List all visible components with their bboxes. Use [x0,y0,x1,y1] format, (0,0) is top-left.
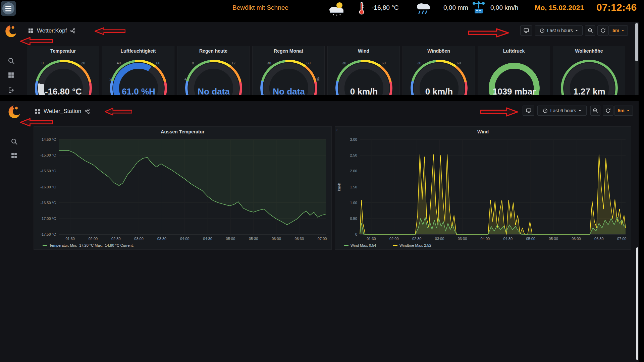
zoom-out-icon [588,28,593,33]
gauge-panel-6: Luftdruck1039 mbar [478,46,550,95]
panel-title[interactable]: Wind [335,127,631,136]
share-icon[interactable] [70,28,75,34]
search-icon[interactable] [11,138,18,146]
gauge-tick: 30 [417,61,421,65]
panel-info-icon[interactable]: i [336,128,337,132]
dashboard-grid-icon[interactable] [28,28,34,34]
rain-cloud-icon [415,1,433,16]
svg-text:05:00: 05:00 [226,237,235,241]
gauge-tick: 0 [42,61,44,65]
kiosk-mode-button[interactable] [523,106,534,116]
time-range-label: Last 6 hours [550,108,576,113]
zoom-out-button[interactable] [590,106,600,116]
share-icon[interactable] [85,109,90,114]
hamburger-icon [2,2,14,14]
time-range-picker[interactable]: Last 6 hours [535,25,583,36]
svg-text:-17.50 °C: -17.50 °C [40,232,56,236]
gauge-tick: 30 [267,61,271,65]
annotation-arrow-logo-1 [20,37,53,46]
time-range-picker[interactable]: Last 6 hours [537,106,587,116]
gauge-tick: 20 [109,77,113,81]
time-range-label: Last 6 hours [547,28,573,33]
gauge-panel-1: Luftfeuchtigkeit20406061.0 %H [102,46,174,95]
monitor-icon [524,28,529,33]
chevron-down-icon [622,30,624,31]
dashboards-icon[interactable] [8,72,14,79]
svg-text:-15.00 °C: -15.00 °C [40,153,56,157]
gauge-value: 0 km/h [411,86,468,95]
refresh-interval-label: 5m [618,108,624,113]
svg-text:2.00: 2.00 [350,169,357,173]
clock-icon [540,28,545,33]
dashboards-icon[interactable] [11,153,17,160]
svg-text:07:00: 07:00 [318,237,327,241]
temperature-chart: -14.50 °C-15.00 °C-15.50 °C-16.00 °C-16.… [34,136,331,250]
panel-title[interactable]: Luftfeuchtigkeit [102,48,174,54]
gauge: 30600 km/h [335,60,392,95]
svg-text:02:00: 02:00 [389,237,399,241]
gauge-value: No data [185,86,242,95]
gauge: 4812No data [185,60,242,95]
svg-text:Windböe Max: 2.52: Windböe Max: 2.52 [399,243,431,247]
svg-text:05:00: 05:00 [526,237,535,241]
gauge: 306090No data [260,60,317,95]
dashboard-grid-icon[interactable] [35,109,40,114]
panel-title[interactable]: Aussen Temperatur [34,127,331,136]
svg-text:03:00: 03:00 [435,237,444,241]
scrollbar-thumb[interactable] [636,247,638,360]
svg-text:3.00: 3.00 [350,137,357,141]
thermometer-icon [358,1,365,16]
svg-text:03:30: 03:30 [458,237,467,241]
svg-text:07:00: 07:00 [617,237,627,241]
panel-title[interactable]: Windböen [403,48,475,54]
refresh-interval-dropdown[interactable]: 5m [609,25,628,36]
panel-title[interactable]: Luftdruck [478,48,550,54]
grafana-logo[interactable] [4,24,18,40]
annotation-arrow-title-1 [95,27,125,35]
monitor-icon [526,108,531,113]
panel-title[interactable]: Regen Monat [253,48,324,54]
gauge-panel-7: Wolkenhöhe1.27 km [553,46,625,95]
menu-button[interactable] [1,1,16,16]
gauge-tick: 4 [184,77,186,81]
dashboard-title[interactable]: Wetter:Kopf [37,27,67,34]
gauge-value: No data [260,86,317,95]
svg-text:Wind Max: 0.54: Wind Max: 0.54 [351,243,376,247]
gauge-tick: 60 [307,61,311,65]
svg-text:04:30: 04:30 [503,237,513,241]
panel-title[interactable]: Regen heute [177,48,249,54]
panel-title[interactable]: Temperatur [27,48,99,54]
panel-title[interactable]: Wind [328,48,399,54]
cloud-sun-snow-icon [326,1,347,17]
svg-text:05:30: 05:30 [549,237,558,241]
svg-text:04:00: 04:00 [481,237,490,241]
gauge: 20406061.0 %H [110,60,167,95]
grafana-logo[interactable] [7,105,21,121]
svg-text:km/h: km/h [337,183,341,191]
weather-condition: Bewölkt mit Schnee [232,4,288,11]
kiosk-mode-button[interactable] [520,25,532,36]
search-icon[interactable] [8,57,15,66]
gauge: 1039 mbar [486,60,543,95]
gauge: 30600 km/h [411,60,468,95]
gauge-panel-3: Regen Monat306090No data [252,46,325,95]
refresh-interval-dropdown[interactable]: 5m [614,106,633,116]
svg-text:1.00: 1.00 [350,201,357,205]
refresh-button[interactable] [597,25,609,36]
scrollbar-thumb[interactable] [635,23,638,61]
annotation-arrow-kiosk-1 [468,28,509,38]
zoom-out-button[interactable] [585,25,595,36]
panel-aussen-temperatur: Aussen Temperatur -14.50 °C-15.00 °C-15.… [34,126,332,250]
statusbar-precipitation: 0,00 mm [443,4,468,11]
dashboard-title[interactable]: Wetter_Station [44,108,81,115]
svg-text:2.50: 2.50 [350,153,357,157]
refresh-button[interactable] [603,106,613,116]
clock-icon [543,108,548,113]
panel-title[interactable]: Wolkenhöhe [553,48,625,54]
svg-text:02:30: 02:30 [111,237,121,241]
gauge-value: 1.27 km [561,86,618,95]
svg-text:1.50: 1.50 [350,185,357,189]
exit-icon[interactable] [8,87,14,95]
refresh-icon [600,28,606,33]
panel-wind: i Wind 3.002.502.001.501.000.50001:3002:… [335,126,631,250]
